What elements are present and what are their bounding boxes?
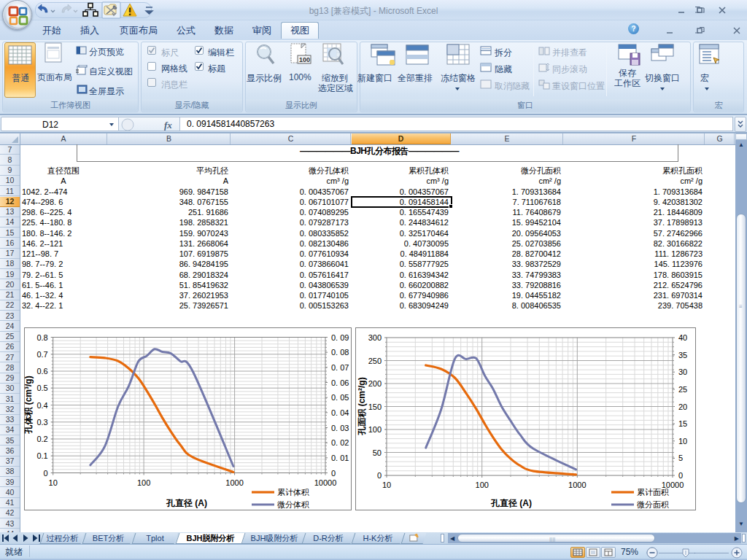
svg-text:0. 06: 0. 06 [331, 378, 349, 387]
svg-text:200: 200 [368, 379, 382, 388]
svg-text:30: 30 [678, 368, 687, 376]
svg-text:0. 03: 0. 03 [331, 424, 349, 432]
svg-text:0.7: 0.7 [36, 350, 47, 359]
svg-text:10: 10 [382, 481, 391, 489]
svg-text:累计体积: 累计体积 [277, 488, 309, 497]
svg-text:40: 40 [678, 333, 687, 342]
svg-text:0: 0 [331, 469, 336, 478]
svg-text:0.6: 0.6 [36, 367, 47, 376]
svg-text:0: 0 [377, 471, 382, 480]
svg-text:0.8: 0.8 [36, 333, 47, 342]
svg-text:15: 15 [678, 419, 687, 428]
svg-text:微分面积: 微分面积 [637, 500, 669, 509]
svg-text:250: 250 [368, 357, 382, 365]
svg-text:0. 01: 0. 01 [331, 454, 349, 462]
svg-text:20: 20 [678, 402, 687, 411]
svg-text:孔面积 (cm²/g): 孔面积 (cm²/g) [357, 377, 367, 435]
svg-text:10: 10 [49, 478, 58, 487]
svg-text:300: 300 [368, 333, 382, 342]
svg-text:孔直径 (A): 孔直径 (A) [166, 498, 207, 508]
svg-text:fx: fx [164, 120, 172, 131]
svg-text:5: 5 [678, 454, 683, 462]
svg-text:0.2: 0.2 [36, 435, 47, 443]
svg-text:1000: 1000 [568, 481, 586, 489]
svg-text:0. 07: 0. 07 [331, 363, 349, 372]
svg-text:100: 100 [299, 56, 310, 63]
svg-text:35: 35 [678, 351, 687, 359]
svg-text:10: 10 [678, 437, 687, 446]
svg-text:0.5: 0.5 [36, 384, 47, 392]
svg-text:0. 08: 0. 08 [331, 348, 349, 357]
svg-text:0. 09: 0. 09 [331, 333, 349, 342]
svg-text:累计面积: 累计面积 [637, 488, 669, 497]
svg-text:50: 50 [373, 448, 382, 457]
svg-text:0: 0 [44, 469, 48, 478]
svg-text:0.3: 0.3 [36, 418, 47, 427]
svg-text:100: 100 [137, 478, 150, 487]
svg-text:0.4: 0.4 [36, 401, 47, 410]
svg-text:10000: 10000 [314, 478, 337, 487]
svg-text:0.1: 0.1 [36, 451, 47, 460]
svg-text:孔体积 (cm³/g): 孔体积 (cm³/g) [24, 376, 34, 434]
svg-text:孔直径 (A): 孔直径 (A) [490, 498, 532, 508]
svg-text:0. 02: 0. 02 [331, 438, 349, 447]
svg-text:25: 25 [678, 385, 687, 394]
svg-text:0: 0 [678, 471, 683, 480]
svg-text:150: 150 [368, 402, 382, 411]
svg-text:0. 04: 0. 04 [331, 408, 349, 417]
svg-text:1000: 1000 [225, 478, 243, 487]
svg-text:100: 100 [368, 425, 382, 434]
svg-text:100: 100 [476, 481, 489, 489]
svg-text:微分体积: 微分体积 [277, 500, 309, 509]
svg-text:0. 05: 0. 05 [331, 393, 349, 402]
